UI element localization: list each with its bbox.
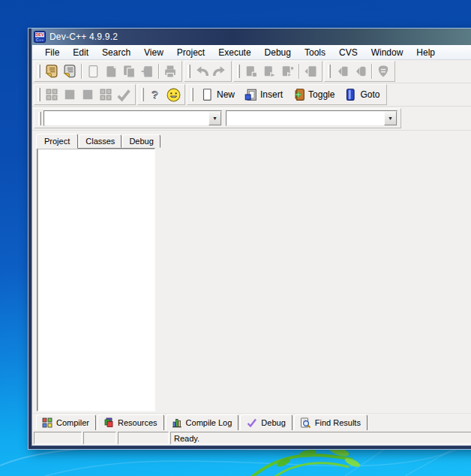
- save-all-button[interactable]: [120, 62, 138, 80]
- compile-run-button[interactable]: [278, 62, 296, 80]
- goto-bookmark-icon: [344, 88, 357, 101]
- add-square-icon: [62, 87, 77, 102]
- menu-edit[interactable]: Edit: [66, 46, 95, 59]
- about-button[interactable]: [164, 86, 182, 104]
- menubar: File Edit Search View Project Execute De…: [32, 45, 471, 60]
- menu-tools[interactable]: Tools: [298, 46, 332, 59]
- tab-resources[interactable]: Resources: [98, 414, 164, 431]
- menu-view[interactable]: View: [137, 46, 170, 59]
- tab-find-results-label: Find Results: [315, 418, 361, 427]
- toolbar-band-project: [34, 84, 136, 105]
- add-square-button[interactable]: [61, 86, 79, 104]
- menu-file[interactable]: File: [38, 46, 66, 59]
- save-button[interactable]: [102, 62, 120, 80]
- tab-compile-log[interactable]: Compile Log: [166, 414, 239, 431]
- project-tree-panel[interactable]: [37, 148, 155, 411]
- new-file-button[interactable]: [84, 62, 102, 80]
- toolbar-separator: [371, 64, 372, 79]
- profile-icon: [352, 64, 368, 79]
- goto-label: Goto: [360, 89, 380, 100]
- menu-project[interactable]: Project: [170, 46, 212, 59]
- band-grip[interactable]: [141, 88, 144, 101]
- open-file-button[interactable]: [61, 62, 79, 80]
- insert-button[interactable]: Insert: [239, 86, 287, 104]
- debug-button[interactable]: [333, 62, 351, 80]
- toolbar-separator: [298, 64, 299, 79]
- insert-label: Insert: [260, 89, 283, 100]
- toggle-button[interactable]: Toggle: [287, 86, 339, 104]
- compiler-combo-dropdown-button[interactable]: ▼: [208, 111, 221, 125]
- compiler-combo[interactable]: ▼: [44, 110, 222, 126]
- toolbar-band-file: [34, 61, 182, 82]
- menu-debug[interactable]: Debug: [258, 46, 298, 59]
- band-grip[interactable]: [237, 65, 240, 78]
- close-file-button[interactable]: [138, 62, 156, 80]
- band-grip[interactable]: [38, 88, 40, 101]
- redo-button[interactable]: [211, 62, 229, 80]
- tab-compiler[interactable]: Compiler: [36, 414, 96, 431]
- new-source-button[interactable]: New: [196, 86, 239, 104]
- members-grid-button[interactable]: [43, 86, 61, 104]
- print-button[interactable]: [161, 62, 179, 80]
- compile-button[interactable]: [242, 62, 260, 80]
- tab-debug[interactable]: Debug: [122, 134, 160, 148]
- class-combo[interactable]: ▼: [226, 110, 398, 126]
- titlebar[interactable]: DEV C++ Dev-C++ 4.9.9.2: [32, 29, 471, 45]
- help-question-icon: ?: [152, 89, 158, 101]
- svg-text:DEV: DEV: [35, 32, 44, 37]
- tab-classes[interactable]: Classes: [79, 134, 122, 148]
- rebuild-button[interactable]: [302, 62, 320, 80]
- band-grip[interactable]: [328, 65, 331, 78]
- new-source-icon: [200, 88, 214, 101]
- units-grid-button[interactable]: [97, 86, 115, 104]
- remove-square-icon: [80, 87, 95, 102]
- redo-icon: [212, 64, 228, 79]
- window-title: Dev-C++ 4.9.9.2: [50, 32, 118, 42]
- rebuild-icon: [303, 64, 318, 79]
- tab-find-results[interactable]: Find Results: [294, 414, 368, 431]
- goto-button[interactable]: Goto: [339, 86, 384, 104]
- class-combo-dropdown-button[interactable]: ▼: [384, 111, 397, 125]
- devcpp-window: DEV C++ Dev-C++ 4.9.9.2 File Edit Search…: [28, 29, 471, 449]
- tab-debug-bottom-label: Debug: [261, 418, 285, 427]
- menu-search[interactable]: Search: [95, 46, 137, 59]
- profile-button[interactable]: [351, 62, 369, 80]
- check-button[interactable]: [115, 86, 133, 104]
- band-grip[interactable]: [38, 65, 40, 78]
- about-smiley-icon: [166, 87, 182, 103]
- menu-execute[interactable]: Execute: [212, 46, 257, 59]
- compile-run-icon: [280, 64, 295, 79]
- run-button[interactable]: [260, 62, 278, 80]
- compile-log-chart-icon: [172, 417, 182, 428]
- devcpp-logo-icon[interactable]: DEV C++: [34, 31, 46, 43]
- status-message: Ready.: [170, 432, 471, 444]
- print-icon: [163, 64, 178, 79]
- tab-debug-bottom[interactable]: Debug: [240, 414, 292, 431]
- compile-icon: [244, 64, 259, 79]
- toggle-bookmark-icon: [292, 88, 305, 101]
- compiler-grid-icon: [42, 417, 52, 428]
- toolbar-main: [32, 60, 471, 83]
- compiler-combo-value: [44, 111, 208, 125]
- band-grip[interactable]: [38, 112, 41, 125]
- help-button[interactable]: [374, 62, 392, 80]
- undo-button[interactable]: [193, 62, 211, 80]
- open-button[interactable]: [43, 62, 61, 80]
- class-combo-value: [226, 111, 384, 125]
- open-file-icon: [62, 64, 77, 79]
- tab-project[interactable]: Project: [36, 134, 78, 149]
- toggle-label: Toggle: [308, 89, 334, 100]
- menu-help[interactable]: Help: [410, 46, 442, 59]
- chevron-down-icon: ▼: [212, 116, 218, 121]
- band-grip[interactable]: [190, 88, 194, 101]
- find-results-magnifier-icon: [300, 417, 311, 428]
- open-icon: [44, 64, 59, 79]
- remove-square-button[interactable]: [79, 86, 97, 104]
- toolbar-band-compile: [233, 61, 322, 82]
- menu-window[interactable]: Window: [364, 46, 410, 59]
- toolbar-separator: [158, 64, 159, 79]
- menu-cvs[interactable]: CVS: [332, 46, 364, 59]
- band-grip[interactable]: [188, 65, 190, 78]
- help-question-button[interactable]: ?: [146, 86, 164, 104]
- units-grid-icon: [98, 87, 113, 102]
